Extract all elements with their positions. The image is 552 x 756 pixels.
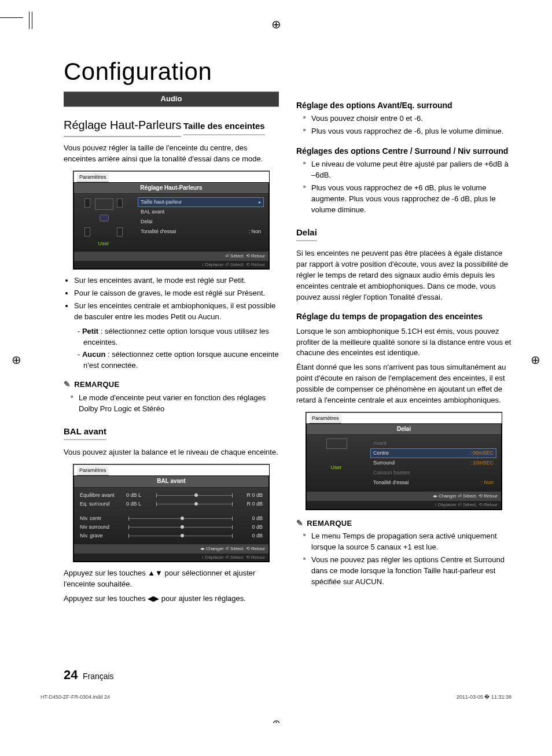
page-language: Français — [83, 672, 114, 681]
ui-speaker-setting: Paramètres Réglage Haut-Parleurs User Ta… — [73, 171, 270, 270]
list-item: Le menu Temps de propagation sera activé… — [303, 531, 511, 553]
front-eq-bullets: Vous pouvez choisir entre 0 et -6.Plus v… — [296, 113, 511, 137]
ui2-title: BAL avant — [74, 476, 268, 488]
speaker-layout-small-icon — [316, 438, 356, 462]
list-item: Sur les enceintes centrale et ambiophoni… — [74, 301, 279, 323]
bal-row: Équilibre avant0 dB LR 0 dB — [80, 491, 263, 500]
text-delai: Si les enceintes ne peuvent pas être pla… — [296, 248, 511, 303]
list-item: Pour le caisson de graves, le mode est r… — [74, 288, 279, 299]
list-item: Le mode d'enceinte peut varier en foncti… — [71, 393, 279, 415]
bal-instructions-1: Appuyez sur les touches ▲▼ pour sélectio… — [64, 568, 279, 590]
list-item: Le niveau de volume peut être ajusté par… — [303, 159, 511, 181]
ui1-footer-2: ↕ Déplacer ⏎ Sélect. ⟲ Retour — [74, 261, 268, 269]
page-footer: 24 Français — [64, 668, 114, 683]
ui2-tab: Paramètres — [77, 466, 109, 475]
speaker-size-bullets: Sur les enceintes avant, le mode est rég… — [64, 275, 279, 322]
ui3-user: User — [310, 464, 362, 471]
ui3-row: Centre: 00mSEC — [370, 448, 496, 458]
list-item: Sur les enceintes avant, le mode est rég… — [74, 275, 279, 286]
text-speaker-size: Vous pouvez régler la taille de l'encein… — [64, 143, 279, 165]
note-icon: ✎ — [296, 518, 303, 528]
bal-instructions-2: Appuyez sur les touches ◀▶ pour ajuster … — [64, 593, 279, 604]
ui1-title: Réglage Haut-Parleurs — [74, 183, 268, 194]
list-item: Plus vous vous rapprochez de -6, plus le… — [303, 126, 511, 137]
definition-item: - Petit : sélectionnez cette option lors… — [78, 326, 279, 348]
ui1-tab: Paramètres — [77, 173, 109, 182]
heading-csr: Réglages des options Centre / Surround /… — [296, 145, 511, 157]
bal-row: Niv. grave0 dB — [80, 532, 263, 540]
remark-heading-2: ✎ REMARQUE — [296, 517, 511, 529]
print-footer: HT-D450-ZF-FR-0304.indd 24 2011-03-05 � … — [41, 694, 511, 700]
remark-list-1: Le mode d'enceinte peut varier en foncti… — [64, 393, 279, 415]
ui3-tab: Paramètres — [310, 414, 341, 423]
ui3-row: Tonalité d'essai: Non — [370, 478, 496, 488]
registration-mark-icon: ⊕ — [271, 17, 281, 31]
heading-delai: Delai — [296, 226, 317, 242]
heading-propagation: Réglage du temps de propagation des ence… — [296, 311, 511, 322]
speaker-layout-icon — [83, 197, 124, 238]
audio-ribbon: Audio — [64, 91, 279, 107]
ui3-row: Surround: 10mSEC — [370, 458, 496, 468]
left-column: Audio Réglage Haut-Parleurs Taille des e… — [64, 91, 279, 608]
ui1-user: User — [78, 240, 130, 248]
remark-heading-1: ✎ REMARQUE — [64, 378, 279, 390]
registration-mark-right-icon: ⊕ — [531, 353, 540, 367]
ui3-title: Delai — [307, 424, 501, 436]
remark-list-2: Le menu Temps de propagation sera activé… — [296, 531, 511, 587]
list-item: Vous pouvez choisir entre 0 et -6. — [303, 113, 511, 124]
heading-speaker-size: Taille des enceintes — [183, 120, 265, 135]
list-item: Vous ne pouvez pas régler les options Ce… — [303, 555, 511, 588]
bal-row: Eq. surround0 dB LR 0 dB — [80, 500, 263, 508]
page-number: 24 — [64, 668, 78, 682]
page-title: Configuration — [64, 58, 511, 86]
ui3-footer: ◂▸ Changer ⏎ Sélect. ⟲ Retour — [307, 491, 501, 501]
bal-row: Niv. centr0 dB — [80, 514, 263, 523]
ui3-footer-2: ↕ Déplacer ⏎ Sélect. ⟲ Retour — [307, 501, 501, 509]
ui3-row: Avant — [370, 438, 496, 448]
heading-bal-avant: BAL avant — [64, 425, 106, 441]
bal-row: Niv surround0 dB — [80, 523, 263, 532]
registration-mark-left-icon: ⊕ — [12, 353, 21, 367]
print-file: HT-D450-ZF-FR-0304.indd 24 — [41, 694, 110, 700]
ui2-footer-2: ↕ Déplacer ⏎ Sélect. ⟲ Retour — [74, 554, 268, 562]
text-bal: Vous pouvez ajuster la balance et le niv… — [64, 447, 279, 458]
right-column: Réglage des options Avant/Eq. surround V… — [296, 91, 511, 608]
registration-mark-bottom-icon: ⊕ — [272, 717, 281, 723]
ui1-row: BAL avant — [138, 207, 264, 217]
csr-bullets: Le niveau de volume peut être ajusté par… — [296, 159, 511, 215]
note-icon: ✎ — [64, 379, 71, 389]
ui2-footer: ◂▸ Changer ⏎ Sélect. ⟲ Retour — [74, 544, 268, 554]
ui1-row: Tonalité d'essai: Non — [138, 227, 264, 237]
list-item: Plus vous vous rapprochez de +6 dB, plus… — [303, 183, 511, 216]
heading-speaker-setting: Réglage Haut-Parleurs — [64, 117, 181, 137]
ui3-row: Caisson basses — [370, 468, 496, 478]
print-date: 2011-03-05 � 11:31:38 — [457, 694, 511, 700]
text-prop-2: Étant donné que les sons n'arrivent pas … — [296, 362, 511, 405]
heading-front-eq: Réglage des options Avant/Eq. surround — [296, 99, 511, 111]
speaker-size-definitions: - Petit : sélectionnez cette option lors… — [64, 326, 279, 371]
text-prop-1: Lorsque le son ambiophonique 5.1CH est é… — [296, 326, 511, 359]
ui1-row: Delai — [138, 217, 264, 227]
ui1-row: Taille haut-parleur ▸ — [138, 197, 264, 207]
ui1-footer: ⏎ Sélect. ⟲ Retour — [74, 251, 268, 261]
ui-delai: Paramètres Delai User AvantCentre: 00mSE… — [306, 412, 502, 510]
ui-bal-avant: Paramètres BAL avant Équilibre avant0 dB… — [73, 464, 270, 562]
definition-item: - Aucun : sélectionnez cette option lors… — [78, 349, 279, 371]
